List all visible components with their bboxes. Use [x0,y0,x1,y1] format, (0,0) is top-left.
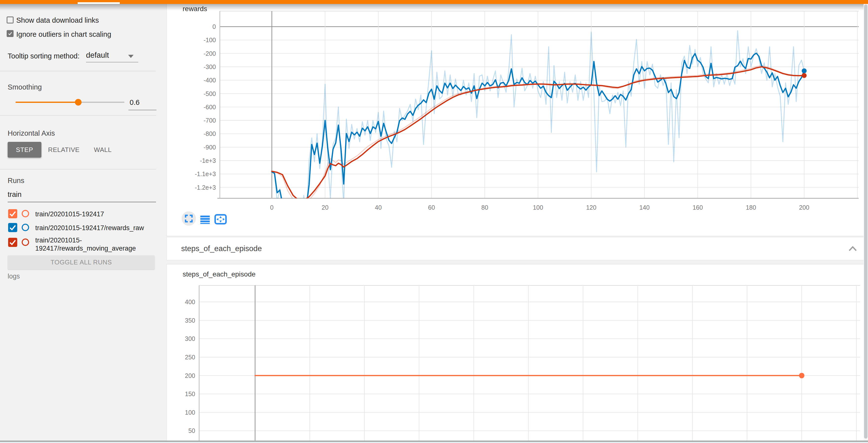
menu-lines-icon[interactable] [200,215,210,224]
rewards-chart[interactable]: 0-100-200-300-400-500-600-700-800-900-1e… [166,4,864,236]
axis-tick-label: -100 [204,36,216,43]
axis-tick-label: -200 [204,50,216,57]
axis-tick-label: -700 [204,117,216,124]
axis-tick-label: 350 [185,317,195,324]
checkbox-unchecked-icon[interactable] [7,17,13,24]
axis-tick-label: -400 [204,77,216,84]
axis-tick-label: 120 [586,204,596,211]
axis-tick-label: 100 [533,204,543,211]
axis-tick-label: -1e+3 [200,157,216,164]
runs-label: Runs [8,177,24,185]
ignore-outliers-label: Ignore outliers in chart scaling [16,30,111,38]
tooltip-sorting-label: Tooltip sorting method: [8,52,80,60]
axis-tick-label: 400 [185,298,195,305]
axis-tick-label: 20 [321,204,329,211]
axis-tick-label: -300 [204,63,216,70]
axis-tick-label: 40 [375,204,382,211]
run-radio-icon[interactable] [22,224,29,231]
axis-tick-label: 50 [188,427,195,434]
steps-chart-title: steps_of_each_episode [183,270,255,278]
run-radio-icon[interactable] [22,210,29,217]
smoothing-value[interactable]: 0.6 [130,98,140,107]
axis-tick-label: 60 [428,204,435,211]
run-label: train/20201015-192417/rewards_moving_ave… [35,236,160,253]
axis-tick-label: -900 [204,144,216,151]
axis-tick-label: 80 [481,204,488,211]
app-header-bar [0,0,868,4]
axis-relative-button[interactable]: RELATIVE [46,142,81,158]
axis-tick-label: -600 [204,104,216,111]
axis-tick-label: 160 [692,204,703,211]
steps-chart[interactable]: 40035030025020015010050 [166,264,864,443]
runs-filter-underline [8,202,156,202]
sidebar: Show data download links Ignore outliers… [0,0,163,443]
axis-tick-label: 140 [639,204,650,211]
axis-tick-label: -500 [204,90,216,97]
axis-tick-label: 0 [212,23,216,30]
axis-tick-label: 180 [746,204,756,211]
series-end-dot[interactable] [799,373,804,378]
bottom-edge [0,442,868,443]
axis-tick-label: 100 [185,409,195,416]
tooltip-sorting-dropdown[interactable]: default [86,51,109,60]
divider [0,71,156,71]
axis-tick-label: 0 [270,204,274,211]
run-radio-icon[interactable] [22,238,29,246]
series-end-dot[interactable] [802,68,807,73]
axis-tick-label: -800 [204,130,216,137]
rewards-chart-title: rewards [183,5,207,13]
axis-wall-button[interactable]: WALL [88,142,118,158]
chevron-up-icon[interactable] [847,245,859,253]
show-download-links-checkbox[interactable] [7,17,13,24]
axis-tick-label: -1.2e+3 [195,184,216,191]
axis-step-button[interactable]: STEP [8,142,41,158]
smoothing-slider-fill [16,101,78,103]
fit-domain-icon[interactable] [215,215,226,224]
smoothing-value-underline [128,110,156,110]
fullscreen-icon[interactable] [182,211,196,226]
axis-tick-label: 200 [185,372,195,379]
show-download-links-label: Show data download links [16,16,99,24]
chart-action-icons [180,210,229,227]
horizontal-axis-label: Horizontal Axis [8,129,55,138]
active-tab-indicator [78,2,120,4]
axis-tick-label: 150 [185,390,195,397]
chevron-down-icon[interactable] [128,55,133,58]
divider [0,115,156,116]
smoothing-label: Smoothing [8,83,42,91]
tensorboard-app: Show data download links Ignore outliers… [0,0,868,443]
run-checkbox[interactable] [8,209,17,218]
run-label: train/20201015-192417/rewards_raw [35,224,160,232]
run-checkbox[interactable] [8,223,17,232]
axis-tick-label: 250 [185,354,195,361]
run-checkbox[interactable] [8,238,17,247]
series-end-dot[interactable] [802,73,807,78]
dropdown-underline [86,62,138,62]
steps-section-header[interactable] [166,237,864,261]
checkbox-checked-icon[interactable] [7,30,13,37]
ignore-outliers-checkbox[interactable] [7,30,13,37]
toggle-all-runs-button[interactable]: TOGGLE ALL RUNS [8,255,155,269]
steps-section-title: steps_of_each_episode [181,244,262,253]
smoothing-slider-knob[interactable] [75,99,82,106]
divider [0,169,156,170]
axis-tick-label: 200 [799,204,809,211]
run-label: train/20201015-192417 [35,210,160,218]
runs-filter-input[interactable] [8,190,146,199]
logs-label: logs [8,272,20,280]
axis-tick-label: -1.1e+3 [195,171,216,177]
vertical-scrollbar-thumb[interactable] [864,4,868,439]
axis-tick-label: 300 [185,335,195,342]
